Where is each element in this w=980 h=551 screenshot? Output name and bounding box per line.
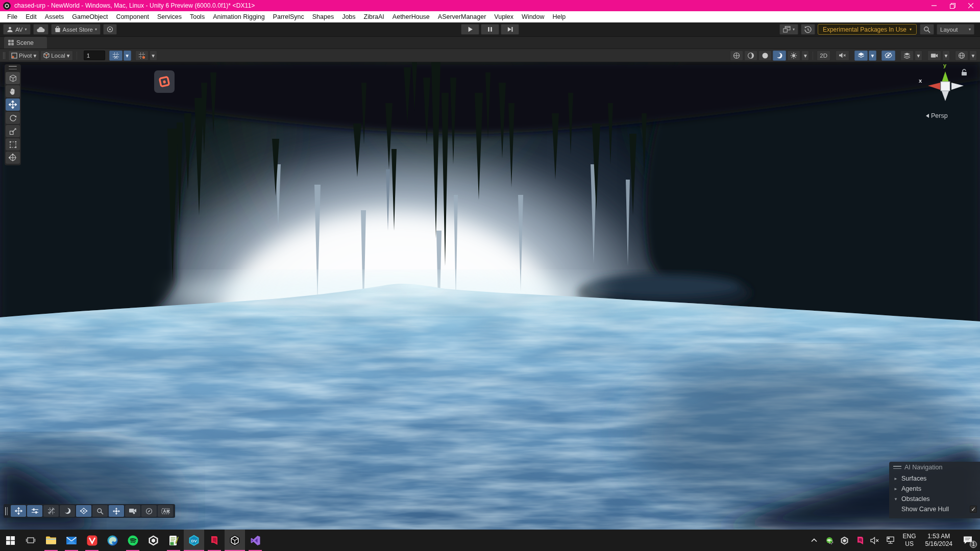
menu-vuplex[interactable]: Vuplex — [490, 11, 518, 22]
account-button[interactable]: AV ▾ — [3, 24, 31, 35]
transform-overlay-toggle[interactable] — [109, 505, 124, 517]
menu-assets[interactable]: Assets — [41, 11, 68, 22]
search-button[interactable] — [920, 24, 934, 35]
menu-aetherhouse[interactable]: AetherHouse — [388, 11, 434, 22]
scale-tool-button[interactable] — [6, 125, 20, 137]
increment-snap-dropdown[interactable]: ▾ — [150, 51, 157, 61]
view-tool-button[interactable] — [6, 72, 20, 84]
orientation-overlay-toggle[interactable] — [76, 505, 91, 517]
menu-file[interactable]: File — [3, 11, 21, 22]
menu-parrelsync[interactable]: ParrelSync — [269, 11, 308, 22]
tray-gpu-icon[interactable] — [822, 530, 837, 551]
menu-zibraai[interactable]: ZibraAI — [360, 11, 388, 22]
taskbar-edge[interactable] — [102, 530, 122, 551]
layers-visibility-dropdown[interactable]: ▾ — [915, 51, 922, 61]
camera-settings-button[interactable] — [927, 51, 941, 61]
task-view-button[interactable] — [20, 530, 41, 551]
asset-store-button[interactable]: Asset Store ▾ — [51, 24, 101, 35]
overlay-drag-handle[interactable] — [5, 507, 8, 515]
menu-animation-rigging[interactable]: Animation Rigging — [209, 11, 268, 22]
ai-navigation-overlay-toggle[interactable] — [158, 505, 173, 517]
gizmos-button[interactable] — [955, 51, 968, 61]
menu-services[interactable]: Services — [153, 11, 186, 22]
taskbar-red-app[interactable] — [204, 530, 225, 551]
taskbar-vivaldi[interactable] — [82, 530, 102, 551]
overlays-dropdown[interactable]: ▾ — [869, 51, 876, 61]
minimize-button[interactable] — [925, 0, 943, 11]
mode-2d-toggle[interactable]: 2D — [817, 51, 830, 61]
scene-orientation-gizmo[interactable]: y x Persp — [917, 63, 973, 123]
layers-visibility-button[interactable] — [900, 51, 914, 61]
shading-mode-button[interactable] — [744, 51, 757, 61]
step-button[interactable] — [501, 24, 519, 35]
menu-gameobject[interactable]: GameObject — [68, 11, 112, 22]
foldout-surfaces[interactable]: ► Surfaces — [893, 473, 977, 484]
taskbar-mail[interactable] — [61, 530, 82, 551]
rotate-tool-button[interactable] — [6, 112, 20, 124]
gizmos-dropdown[interactable]: ▾ — [969, 51, 977, 61]
scene-effects-button[interactable] — [787, 51, 800, 61]
taskbar-file-explorer[interactable] — [41, 530, 61, 551]
cloud-button[interactable] — [33, 24, 48, 35]
taskbar-notes-app[interactable] — [163, 530, 184, 551]
camera-settings-dropdown[interactable]: ▾ — [942, 51, 950, 61]
undo-history-button[interactable]: ▾ — [779, 24, 798, 35]
view-options-toggle[interactable] — [60, 505, 75, 517]
panel-drag-handle[interactable] — [893, 466, 901, 469]
services-button[interactable] — [103, 24, 117, 35]
tab-scene[interactable]: Scene — [4, 37, 47, 48]
tray-unity-icon[interactable] — [838, 530, 852, 551]
menu-window[interactable]: Window — [518, 11, 548, 22]
play-button[interactable] — [461, 24, 479, 35]
lighting-toggle[interactable] — [758, 51, 772, 61]
camera-overlay-toggle[interactable] — [125, 505, 140, 517]
taskbar-unity-hub[interactable] — [143, 530, 163, 551]
tray-zibra-icon[interactable] — [853, 530, 867, 551]
menu-component[interactable]: Component — [112, 11, 153, 22]
grid-snap-overlay-toggle[interactable] — [43, 505, 59, 517]
tool-settings-toggle[interactable] — [27, 505, 42, 517]
scene-viewport[interactable]: y x Persp — [0, 62, 980, 530]
menu-shapes[interactable]: Shapes — [308, 11, 338, 22]
clock[interactable]: 1:53 AM 5/16/2024 — [921, 533, 957, 548]
hidden-objects-toggle[interactable] — [881, 51, 895, 61]
volume-muted-icon[interactable] — [868, 530, 883, 551]
search-overlay-toggle[interactable] — [92, 505, 108, 517]
menu-jobs[interactable]: Jobs — [338, 11, 359, 22]
toolbar-drag-handle[interactable] — [3, 52, 5, 59]
audio-toggle[interactable] — [836, 51, 849, 61]
menu-edit[interactable]: Edit — [21, 11, 41, 22]
history-button[interactable] — [801, 24, 815, 35]
move-tool-button[interactable] — [6, 98, 20, 111]
render-doctor-button[interactable] — [730, 51, 743, 61]
overlays-button[interactable] — [854, 51, 868, 61]
rect-tool-button[interactable] — [6, 138, 20, 151]
title-bar[interactable]: chased-urp - NewWorld - Windows, Mac, Li… — [0, 0, 980, 11]
grid-size-field[interactable] — [84, 51, 105, 60]
liquid-emitter-gizmo[interactable] — [154, 70, 175, 93]
experimental-packages-warning[interactable]: Experimental Packages In Use ▾ — [818, 24, 917, 35]
effects-dropdown[interactable]: ▾ — [801, 51, 809, 61]
transform-tool-button[interactable] — [6, 152, 20, 164]
tools-overlay-toggle[interactable] — [11, 505, 26, 517]
grid-snap-dropdown[interactable]: ▾ — [124, 51, 131, 61]
taskbar-unity-editor[interactable] — [225, 530, 245, 551]
menu-tools[interactable]: Tools — [186, 11, 209, 22]
menu-aservermanager[interactable]: AServerManager — [434, 11, 491, 22]
taskbar-visual-studio[interactable] — [245, 530, 265, 551]
pivot-mode-button[interactable]: Pivot ▾ — [8, 51, 39, 61]
gizmo-overlay-toggle[interactable] — [141, 505, 157, 517]
layout-dropdown[interactable]: Layout ▾ — [937, 24, 974, 35]
pause-button[interactable] — [481, 24, 499, 35]
overlay-drag-handle[interactable] — [9, 66, 17, 69]
grid-snap-button[interactable]: Y — [109, 51, 122, 61]
hand-tool-button[interactable] — [6, 85, 20, 97]
taskbar-spotify[interactable] — [122, 530, 143, 551]
increment-snap-button[interactable] — [135, 51, 149, 61]
restore-button[interactable] — [943, 0, 962, 11]
network-icon[interactable] — [884, 530, 898, 551]
foldout-obstacles[interactable]: ▼ Obstacles — [893, 494, 977, 504]
tray-expand-chevron[interactable] — [807, 530, 821, 551]
language-indicator[interactable]: ENG US — [899, 533, 920, 548]
orientation-button[interactable]: Local ▾ — [40, 51, 72, 61]
